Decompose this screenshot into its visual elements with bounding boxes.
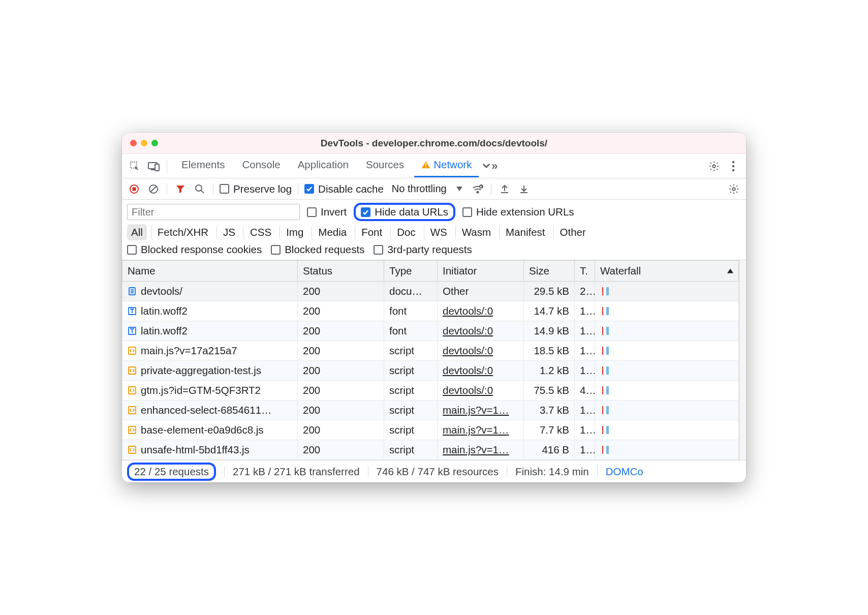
- request-size: 1.2 kB: [524, 361, 575, 381]
- svg-line-12: [150, 186, 157, 192]
- table-row[interactable]: latin.woff2200fontdevtools/:014.9 kB1..: [122, 321, 739, 341]
- initiator-link[interactable]: devtools/:0: [443, 325, 493, 336]
- separator: [167, 183, 167, 195]
- third-party-label: 3rd-party requests: [387, 243, 472, 256]
- table-row[interactable]: base-element-e0a9d6c8.js200scriptmain.js…: [122, 420, 739, 440]
- filter-type-img[interactable]: Img: [280, 224, 307, 240]
- preserve-log-checkbox[interactable]: Preserve log: [220, 183, 292, 195]
- table-row[interactable]: latin.woff2200fontdevtools/:014.7 kB1..: [122, 301, 739, 321]
- close-window-button[interactable]: [130, 140, 137, 146]
- resource-type-filters: AllFetch/XHRJSCSSImgMediaFontDocWSWasmMa…: [127, 224, 741, 240]
- network-toolbar: Preserve log Disable cache No throttling: [122, 178, 746, 200]
- filter-bar: Invert Hide data URLs Hide extension URL…: [122, 200, 746, 260]
- filter-type-manifest[interactable]: Manifest: [499, 224, 549, 240]
- col-type[interactable]: Type: [384, 261, 438, 282]
- scrollbar[interactable]: [739, 260, 746, 460]
- search-icon[interactable]: [193, 182, 207, 196]
- request-size: 14.9 kB: [524, 321, 575, 341]
- svg-point-8: [732, 169, 735, 171]
- more-tabs-icon[interactable]: »: [481, 158, 498, 175]
- initiator-link[interactable]: main.js?v=1…: [443, 424, 509, 436]
- request-status: 200: [298, 321, 384, 341]
- inspect-element-icon[interactable]: [126, 158, 143, 175]
- settings-icon[interactable]: [705, 158, 723, 175]
- request-status: 200: [298, 440, 384, 460]
- filter-type-other[interactable]: Other: [553, 224, 590, 240]
- initiator-link[interactable]: main.js?v=1…: [443, 444, 509, 455]
- preserve-log-label: Preserve log: [233, 183, 292, 195]
- doc-file-icon: [128, 287, 137, 296]
- request-initiator: main.js?v=1…: [438, 420, 524, 440]
- table-row[interactable]: enhanced-select-6854611…200scriptmain.js…: [122, 401, 739, 420]
- blocked-cookies-checkbox[interactable]: Blocked response cookies: [127, 243, 262, 256]
- filter-type-css[interactable]: CSS: [243, 224, 275, 240]
- table-row[interactable]: main.js?v=17a215a7200scriptdevtools/:018…: [122, 341, 739, 361]
- filter-type-doc[interactable]: Doc: [390, 224, 419, 240]
- filter-type-all[interactable]: All: [127, 224, 147, 240]
- tab-application[interactable]: Application: [291, 155, 356, 177]
- invert-checkbox[interactable]: Invert: [307, 206, 347, 218]
- filter-input[interactable]: [127, 204, 300, 220]
- network-settings-icon[interactable]: [727, 182, 741, 196]
- separator: [298, 183, 298, 195]
- requests-count-highlight: 22 / 25 requests: [127, 463, 216, 481]
- record-button[interactable]: [127, 182, 141, 196]
- blocked-cookies-label: Blocked response cookies: [141, 243, 262, 256]
- table-header-row: Name Status Type Initiator Size T. Water…: [122, 261, 739, 282]
- titlebar: DevTools - developer.chrome.com/docs/dev…: [122, 133, 746, 154]
- initiator-link[interactable]: devtools/:0: [443, 384, 493, 396]
- device-toolbar-icon[interactable]: [145, 158, 163, 175]
- request-size: 29.5 kB: [524, 282, 575, 301]
- disable-cache-checkbox[interactable]: Disable cache: [304, 183, 384, 195]
- tab-network[interactable]: Network: [414, 155, 479, 177]
- throttling-select[interactable]: No throttling: [389, 181, 466, 197]
- initiator-link[interactable]: devtools/:0: [443, 364, 493, 376]
- tab-sources[interactable]: Sources: [359, 155, 411, 177]
- col-status[interactable]: Status: [298, 261, 384, 282]
- zoom-window-button[interactable]: [151, 140, 158, 146]
- hide-extension-urls-label: Hide extension URLs: [476, 206, 574, 218]
- tab-console[interactable]: Console: [235, 155, 287, 177]
- third-party-checkbox[interactable]: 3rd-party requests: [374, 243, 472, 256]
- filter-type-media[interactable]: Media: [312, 224, 351, 240]
- filter-type-font[interactable]: Font: [355, 224, 386, 240]
- table-row[interactable]: gtm.js?id=GTM-5QF3RT2200scriptdevtools/:…: [122, 381, 739, 401]
- initiator-link[interactable]: main.js?v=1…: [443, 404, 509, 416]
- export-har-icon[interactable]: [498, 182, 512, 196]
- col-waterfall[interactable]: Waterfall: [595, 261, 739, 282]
- filter-type-js[interactable]: JS: [216, 224, 239, 240]
- filter-icon[interactable]: [173, 182, 188, 196]
- table-row[interactable]: devtools/200docu…Other29.5 kB2..: [122, 282, 739, 301]
- col-size[interactable]: Size: [524, 261, 575, 282]
- hide-data-urls-checkbox[interactable]: Hide data URLs: [361, 206, 448, 218]
- clear-button[interactable]: [146, 182, 161, 196]
- minimize-window-button[interactable]: [141, 140, 147, 146]
- table-row[interactable]: private-aggregation-test.js200scriptdevt…: [122, 361, 739, 381]
- tab-elements[interactable]: Elements: [174, 155, 232, 177]
- filter-type-wasm[interactable]: Wasm: [455, 224, 495, 240]
- blocked-requests-checkbox[interactable]: Blocked requests: [271, 243, 364, 256]
- filter-type-fetch-xhr[interactable]: Fetch/XHR: [151, 224, 212, 240]
- svg-rect-2: [155, 164, 159, 171]
- filter-type-ws[interactable]: WS: [424, 224, 451, 240]
- request-type: docu…: [384, 282, 438, 301]
- hide-extension-urls-checkbox[interactable]: Hide extension URLs: [462, 206, 574, 218]
- col-name[interactable]: Name: [122, 261, 298, 282]
- initiator-link[interactable]: devtools/:0: [443, 345, 493, 356]
- request-initiator: devtools/:0: [438, 361, 524, 381]
- import-har-icon[interactable]: [517, 182, 531, 196]
- request-status: 200: [298, 341, 384, 361]
- kebab-menu-icon[interactable]: [725, 158, 742, 175]
- svg-point-6: [732, 161, 735, 163]
- table-row[interactable]: unsafe-html-5bd1ff43.js200scriptmain.js?…: [122, 440, 739, 460]
- col-time[interactable]: T.: [575, 261, 595, 282]
- script-file-icon: [128, 386, 137, 395]
- svg-point-5: [712, 165, 716, 168]
- network-conditions-icon[interactable]: [471, 182, 485, 196]
- request-type: script: [384, 401, 438, 420]
- request-initiator: devtools/:0: [438, 301, 524, 321]
- col-initiator[interactable]: Initiator: [438, 261, 524, 282]
- request-name: latin.woff2: [141, 305, 188, 317]
- initiator-link[interactable]: devtools/:0: [443, 305, 493, 317]
- svg-line-14: [201, 191, 204, 193]
